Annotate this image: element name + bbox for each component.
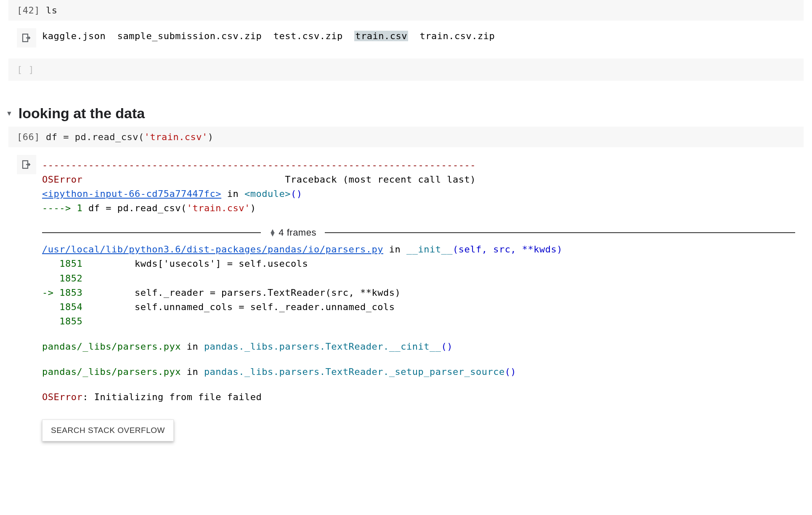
ipython-input-link[interactable]: <ipython-input-66-cd75a77447fc> [42,188,221,199]
cell-prompt-empty: [ ] [17,64,34,75]
traceback-code-line: 1851 kwds['usecols'] = self.usecols [42,257,795,271]
traceback-code-line: 1855 [42,314,795,329]
traceback-file: /usr/local/lib/python3.6/dist-packages/p… [42,242,795,257]
traceback-pyx-line: pandas/_libs/parsers.pyx in pandas._libs… [42,365,795,379]
sort-icon: ▲▼ [269,229,276,237]
traceback: ----------------------------------------… [42,155,795,441]
cell-code: ls [46,5,58,16]
traceback-code-line: 1852 [42,271,795,286]
traceback-divider: ----------------------------------------… [42,158,795,173]
file-name-highlighted: train.csv [354,31,408,41]
parsers-file-link[interactable]: /usr/local/lib/python3.6/dist-packages/p… [42,244,383,255]
collapse-caret-icon[interactable]: ▼ [6,110,13,117]
traceback-arrow-line: ----> 1 df = pd.read_csv('train.csv') [42,201,795,215]
cell-output: kaggle.json sample_submission.csv.zip te… [8,21,804,55]
ls-output: kaggle.json sample_submission.csv.zip te… [42,28,795,41]
traceback-code-line: 1854 self.unnamed_cols = self._reader.un… [42,300,795,314]
cell-prompt: [66] [17,132,40,142]
frames-toggle-button[interactable]: ▲▼ 4 frames [269,227,316,238]
search-stack-overflow-button[interactable]: SEARCH STACK OVERFLOW [42,419,174,441]
output-indicator-icon[interactable] [17,155,36,174]
traceback-header: OSError Traceback (most recent call last… [42,173,795,187]
section-header[interactable]: ▼ looking at the data [8,105,804,122]
code-cell-input[interactable]: [42] ls [8,0,804,21]
traceback-final-error: OSError: Initializing from file failed [42,390,795,404]
traceback-source: <ipython-input-66-cd75a77447fc> in <modu… [42,187,795,201]
traceback-code-line-current: -> 1853 self._reader = parsers.TextReade… [42,286,795,300]
file-name: kaggle.json [42,31,106,41]
code-cell-input[interactable]: [66] df = pd.read_csv('train.csv') [8,127,804,147]
file-name: test.csv.zip [273,31,343,41]
cell-prompt: [42] [17,5,40,16]
section-title: looking at the data [19,105,145,122]
divider-line [42,232,261,233]
file-name: train.csv.zip [420,31,495,41]
frames-expander[interactable]: ▲▼ 4 frames [42,227,795,238]
divider-line [325,232,795,233]
output-indicator-icon[interactable] [17,28,36,48]
cell-code: df = pd.read_csv('train.csv') [46,132,214,142]
traceback-pyx-line: pandas/_libs/parsers.pyx in pandas._libs… [42,340,795,354]
empty-code-cell[interactable]: [ ] [8,58,804,81]
cell-output-error: ----------------------------------------… [8,147,804,449]
file-name: sample_submission.csv.zip [117,31,262,41]
frames-label: 4 frames [279,227,316,238]
